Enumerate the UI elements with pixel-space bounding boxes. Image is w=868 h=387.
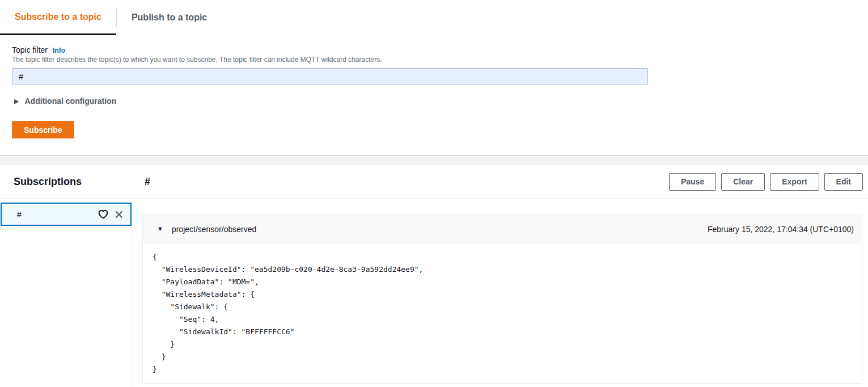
unsubscribe-close-icon[interactable] [113,209,125,220]
caret-down-icon: ▼ [157,226,163,232]
tab-subscribe-to-topic[interactable]: Subscribe to a topic [0,0,116,35]
panel-gap [0,155,868,165]
edit-button[interactable]: Edit [824,173,863,191]
subscribe-form-panel: Subscribe to a topic Publish to a topic … [0,0,868,155]
favorite-heart-icon[interactable] [96,208,110,221]
additional-configuration-label: Additional configuration [24,96,116,106]
topic-filter-form: Topic filter Info The topic filter descr… [0,35,868,138]
subscriptions-panel: Subscriptions # Pause Clear Export Edit … [0,165,868,387]
messages-area: ▼ project/sensor/observed February 15, 2… [132,199,868,387]
subscriptions-sidebar: # [0,199,132,387]
caret-right-icon: ▶ [14,98,19,104]
tab-bar: Subscribe to a topic Publish to a topic [0,0,868,35]
subscriptions-actions: Pause Clear Export Edit [669,173,868,191]
subscriptions-header: Subscriptions # Pause Clear Export Edit [0,165,868,199]
message-card: ▼ project/sensor/observed February 15, 2… [142,214,862,384]
subscriptions-title: Subscriptions [0,176,132,188]
message-topic: project/sensor/observed [172,225,256,234]
export-button[interactable]: Export [770,173,819,191]
info-link[interactable]: Info [53,47,65,54]
subscription-item-icons [96,208,125,221]
topic-filter-description: The topic filter describes the topic(s) … [12,56,856,64]
message-header[interactable]: ▼ project/sensor/observed February 15, 2… [143,215,862,243]
pause-button[interactable]: Pause [669,173,716,191]
subscription-list-item[interactable]: # [1,203,132,226]
subscriptions-body: # [0,199,868,387]
message-payload-json: { "WirelessDeviceId": "ea5d209b-c020-4d2… [143,243,862,383]
subscription-topic-label: # [17,210,22,219]
selected-topic-heading: # [145,176,150,188]
additional-configuration-expander[interactable]: ▶ Additional configuration [14,96,856,106]
message-timestamp: February 15, 2022, 17:04:34 (UTC+0100) [708,225,854,234]
tab-publish-to-topic[interactable]: Publish to a topic [117,0,222,35]
subscribe-button[interactable]: Subscribe [12,121,74,138]
topic-filter-label: Topic filter [12,45,48,54]
topic-filter-input[interactable] [12,68,648,85]
clear-button[interactable]: Clear [721,173,765,191]
tab-subscribe-label: Subscribe to a topic [15,12,101,22]
topic-filter-label-row: Topic filter Info [12,45,856,54]
tab-publish-label: Publish to a topic [132,12,207,23]
